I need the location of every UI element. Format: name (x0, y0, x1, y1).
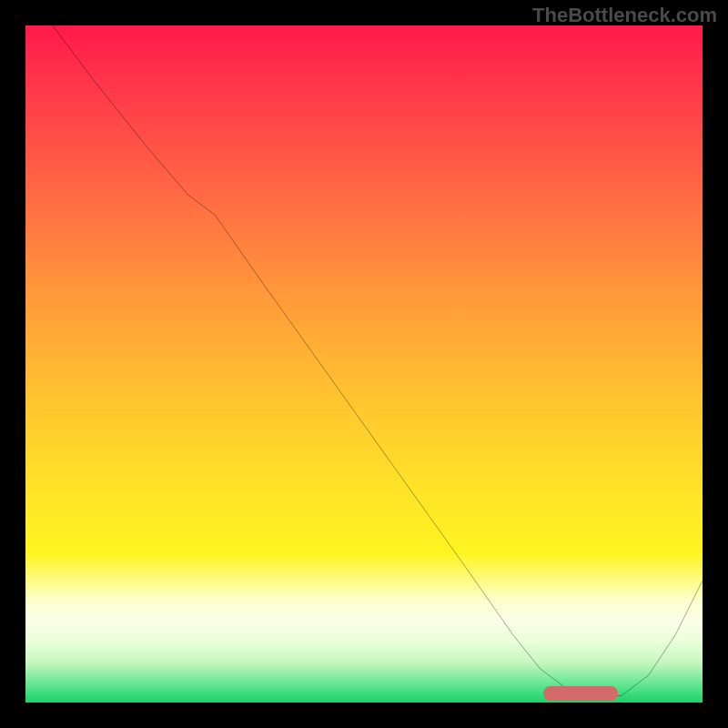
chart-line-path (53, 25, 703, 696)
chart-plot-area (25, 25, 703, 703)
chart-minimum-marker (543, 686, 618, 701)
watermark-text: TheBottleneck.com (532, 4, 717, 27)
chart-curve-svg (25, 25, 703, 703)
